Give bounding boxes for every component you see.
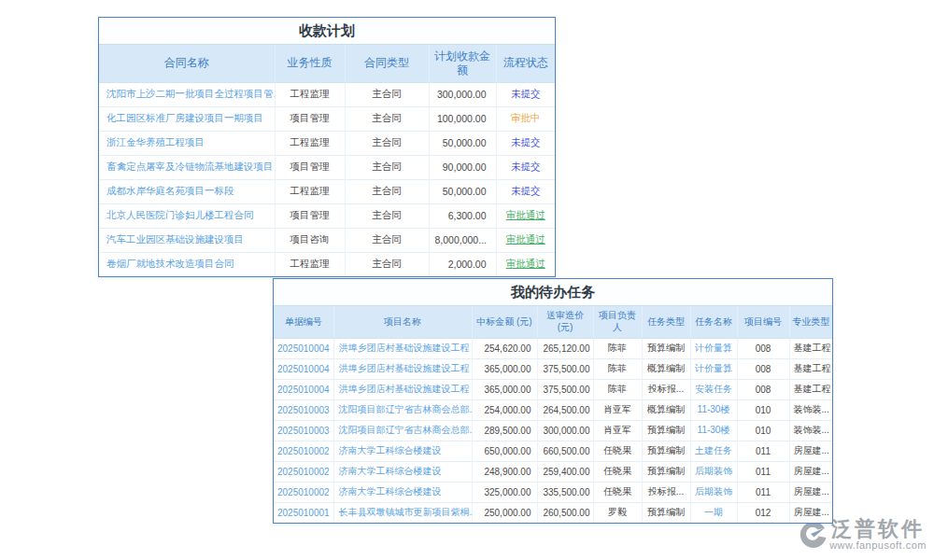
- todo-tasks-link-task-name[interactable]: 11-30楼: [698, 404, 730, 414]
- todo-tasks-cell-major: 装饰装...: [789, 420, 832, 441]
- todo-tasks-link-project[interactable]: 长丰县双墩镇城市更新项目紫桐...: [339, 507, 473, 517]
- todo-tasks-cell-project: 洪埠乡团店村基础设施建设工程: [333, 358, 472, 379]
- collection-plan-link-contract[interactable]: 化工园区标准厂房建设项目一期项目: [106, 112, 263, 123]
- todo-tasks-link-doc-no[interactable]: 2025010002: [277, 467, 330, 477]
- todo-tasks-cell-doc-no: 2025010003: [274, 399, 333, 420]
- todo-tasks-link-task-name[interactable]: 后期装饰: [695, 486, 732, 497]
- status-badge-pending: 未提交: [511, 161, 541, 172]
- todo-tasks-link-task-name[interactable]: 11-30楼: [698, 425, 730, 435]
- todo-tasks-row: 2025010004洪埠乡团店村基础设施建设工程365,000.00375,50…: [274, 379, 832, 399]
- todo-tasks-cell-bid-amount: 254,000.00: [472, 399, 537, 420]
- watermark-url: www.fanpusoft.com: [829, 539, 927, 551]
- todo-tasks-link-project[interactable]: 洪埠乡团店村基础设施建设工程: [339, 343, 470, 353]
- todo-tasks-cell-task-type: 预算编制: [642, 502, 690, 523]
- collection-plan-cell-type: 主合同: [345, 106, 429, 131]
- todo-tasks-cell-major: 装饰装...: [789, 399, 832, 420]
- collection-plan-cell-status: 审批通过: [496, 252, 555, 276]
- todo-tasks-link-project[interactable]: 沈阳项目部辽宁省吉林商会总部...: [339, 404, 473, 414]
- todo-tasks-cell-review-cost: 660,500.00: [537, 441, 593, 461]
- collection-plan-cell-status: 审批通过: [496, 203, 555, 228]
- todo-tasks-cell-project-no: 008: [737, 338, 789, 358]
- todo-tasks-cell-bid-amount: 365,000.00: [472, 379, 537, 399]
- todo-tasks-cell-review-cost: 300,000.00: [537, 420, 593, 441]
- collection-plan-cell-amount: 8,000,000...: [429, 228, 496, 252]
- todo-tasks-link-doc-no[interactable]: 2025010004: [277, 385, 330, 395]
- todo-tasks-link-doc-no[interactable]: 2025010002: [277, 446, 330, 456]
- collection-plan-cell-type: 主合同: [345, 252, 429, 276]
- todo-tasks-link-project[interactable]: 济南大学工科综合楼建设: [339, 466, 442, 476]
- todo-tasks-cell-manager: 陈菲: [593, 379, 642, 399]
- collection-plan-cell-status: 未提交: [496, 179, 555, 203]
- todo-tasks-cell-manager: 陈菲: [593, 338, 642, 358]
- todo-tasks-link-doc-no[interactable]: 2025010001: [277, 508, 330, 518]
- collection-plan-cell-status: 未提交: [496, 155, 555, 179]
- collection-plan-row: 成都水岸华庭名苑项目一标段工程监理主合同50,000.00未提交: [99, 179, 555, 203]
- watermark-brand: 泛普软件: [831, 518, 925, 539]
- collection-plan-cell-type: 主合同: [345, 82, 429, 106]
- todo-tasks-link-doc-no[interactable]: 2025010003: [277, 426, 330, 436]
- todo-tasks-column-header: 任务类型: [642, 306, 690, 338]
- todo-tasks-column-header: 项目名称: [333, 306, 472, 338]
- todo-tasks-cell-review-cost: 375,500.00: [537, 358, 593, 379]
- collection-plan-link-contract[interactable]: 卷烟厂就地技术改造项目合同: [106, 258, 234, 269]
- collection-plan-cell-contract: 卷烟厂就地技术改造项目合同: [99, 252, 275, 276]
- dashboard-page: 收款计划 合同名称业务性质合同类型计划收款金额流程状态 沈阳市上沙二期一批项目全…: [0, 0, 934, 560]
- todo-tasks-link-task-name[interactable]: 安装任务: [695, 384, 732, 394]
- collection-plan-cell-type: 主合同: [345, 131, 429, 155]
- todo-tasks-column-header: 单据编号: [274, 306, 333, 338]
- todo-tasks-cell-project: 洪埠乡团店村基础设施建设工程: [333, 379, 472, 399]
- todo-tasks-link-doc-no[interactable]: 2025010004: [277, 364, 330, 374]
- todo-tasks-link-doc-no[interactable]: 2025010002: [277, 487, 330, 497]
- collection-plan-link-contract[interactable]: 浙江金华养殖工程项目: [106, 136, 205, 147]
- todo-tasks-link-task-name[interactable]: 计价量算: [695, 363, 732, 373]
- todo-tasks-link-task-name[interactable]: 土建任务: [695, 445, 732, 455]
- todo-tasks-link-task-name[interactable]: 一期: [704, 507, 723, 517]
- todo-tasks-cell-major: 房屋建...: [789, 461, 832, 482]
- todo-tasks-link-project[interactable]: 洪埠乡团店村基础设施建设工程: [339, 384, 470, 394]
- status-badge-approved[interactable]: 审批通过: [506, 209, 545, 220]
- todo-tasks-cell-major: 房屋建...: [789, 482, 832, 502]
- todo-tasks-cell-task-type: 概算编制: [642, 399, 690, 420]
- collection-plan-link-contract[interactable]: 沈阳市上沙二期一批项目全过程项目管...: [106, 88, 275, 99]
- collection-plan-column-header: 合同名称: [99, 45, 275, 82]
- todo-tasks-link-project[interactable]: 济南大学工科综合楼建设: [339, 445, 442, 455]
- collection-plan-cell-amount: 6,300.00: [429, 203, 496, 228]
- collection-plan-cell-contract: 沈阳市上沙二期一批项目全过程项目管...: [99, 82, 275, 106]
- status-badge-pending: 未提交: [511, 88, 541, 99]
- todo-tasks-cell-doc-no: 2025010001: [274, 502, 333, 523]
- todo-tasks-row: 2025010002济南大学工科综合楼建设325,000.00335,500.0…: [274, 482, 832, 502]
- todo-tasks-link-project[interactable]: 洪埠乡团店村基础设施建设工程: [339, 363, 470, 373]
- collection-plan-cell-contract: 化工园区标准厂房建设项目一期项目: [99, 106, 275, 131]
- todo-tasks-cell-review-cost: 264,500.00: [537, 399, 593, 420]
- status-badge-approved[interactable]: 审批通过: [506, 258, 545, 269]
- todo-tasks-cell-task-type: 投标报...: [642, 482, 690, 502]
- todo-tasks-link-project[interactable]: 沈阳项目部辽宁省吉林商会总部...: [339, 425, 473, 435]
- collection-plan-row: 汽车工业园区基础设施建设项目项目咨询主合同8,000,000...审批通过: [99, 228, 555, 252]
- todo-tasks-cell-manager: 陈菲: [593, 358, 642, 379]
- todo-tasks-cell-project-no: 010: [737, 420, 789, 441]
- todo-tasks-cell-project: 济南大学工科综合楼建设: [333, 461, 472, 482]
- collection-plan-body: 沈阳市上沙二期一批项目全过程项目管...工程监理主合同300,000.00未提交…: [99, 82, 555, 276]
- todo-tasks-column-header: 任务名称: [690, 306, 737, 338]
- collection-plan-link-contract[interactable]: 汽车工业园区基础设施建设项目: [106, 233, 244, 245]
- status-badge-approved[interactable]: 审批通过: [506, 233, 545, 245]
- collection-plan-cell-contract: 畜禽定点屠宰及冷链物流基地建设项目: [99, 155, 275, 179]
- todo-tasks-header-row: 单据编号项目名称中标金额 (元)送审造价 (元)项目负责人任务类型任务名称项目编…: [274, 306, 832, 338]
- collection-plan-link-contract[interactable]: 成都水岸华庭名苑项目一标段: [106, 185, 234, 196]
- collection-plan-column-header: 流程状态: [496, 45, 555, 82]
- status-badge-pending: 未提交: [511, 136, 541, 147]
- todo-tasks-cell-manager: 任晓果: [593, 482, 642, 502]
- todo-tasks-link-task-name[interactable]: 后期装饰: [695, 466, 732, 476]
- collection-plan-cell-nature: 工程监理: [275, 131, 345, 155]
- todo-tasks-link-project[interactable]: 济南大学工科综合楼建设: [339, 486, 442, 497]
- todo-tasks-row: 2025010004洪埠乡团店村基础设施建设工程254,620.00265,12…: [274, 338, 832, 358]
- todo-tasks-column-header: 专业类型: [789, 306, 832, 338]
- collection-plan-link-contract[interactable]: 畜禽定点屠宰及冷链物流基地建设项目: [106, 161, 274, 172]
- todo-tasks-row: 2025010003沈阳项目部辽宁省吉林商会总部...289,500.00300…: [274, 420, 832, 441]
- todo-tasks-link-doc-no[interactable]: 2025010003: [277, 405, 330, 415]
- todo-tasks-cell-review-cost: 335,500.00: [537, 482, 593, 502]
- collection-plan-link-contract[interactable]: 北京人民医院门诊妇儿楼工程合同: [106, 209, 254, 220]
- todo-tasks-link-task-name[interactable]: 计价量算: [695, 343, 732, 353]
- todo-tasks-cell-task-name: 安装任务: [690, 379, 737, 399]
- todo-tasks-link-doc-no[interactable]: 2025010004: [277, 343, 330, 354]
